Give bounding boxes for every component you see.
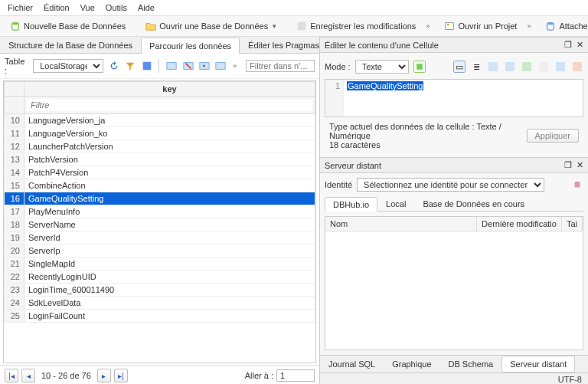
row-number: 13 (5, 153, 24, 166)
cell-value[interactable]: LanguageVersion_ko (24, 127, 315, 140)
undock-icon[interactable]: ❐ (564, 40, 572, 50)
filter-input[interactable] (246, 60, 315, 72)
goto-row-icon[interactable] (198, 60, 210, 72)
close-icon[interactable]: ✕ (577, 40, 583, 50)
table-row[interactable]: 20ServerIp (5, 245, 315, 258)
clear-filter-icon[interactable] (125, 60, 136, 72)
manage-identity-icon[interactable] (571, 179, 583, 191)
row-number: 11 (5, 127, 24, 140)
btab-schema[interactable]: DB Schema (440, 356, 502, 373)
table-row[interactable]: 10LanguageVersion_ja (5, 114, 315, 127)
cell-value[interactable]: SdkLevelData (24, 297, 315, 310)
undock-icon[interactable]: ❐ (564, 160, 572, 170)
cell-value[interactable]: GameQualitySetting (24, 192, 315, 205)
row-number: 20 (5, 245, 24, 258)
identity-select[interactable]: Sélectionnez une identité pour se connec… (357, 178, 544, 192)
cell-value[interactable]: PatchVersion (24, 153, 315, 166)
table-row[interactable]: 23LoginTime_600011490 (5, 284, 315, 297)
btab-graphic[interactable]: Graphique (384, 356, 439, 373)
export-icon[interactable] (215, 60, 227, 72)
close-icon[interactable]: ✕ (577, 160, 583, 170)
cell-value[interactable]: PatchP4Version (24, 166, 315, 179)
apply-button[interactable]: Appliquer (527, 129, 579, 143)
attach-db-button[interactable]: Attacher une Base de Données (540, 18, 588, 34)
remote-col-name[interactable]: Nom (325, 217, 477, 231)
insert-row-icon[interactable] (165, 60, 177, 72)
cell-value[interactable]: ServerIp (24, 245, 315, 258)
row-number: 19 (5, 231, 24, 245)
export-file-icon[interactable] (504, 61, 516, 73)
table-row[interactable]: 18ServerName (5, 218, 315, 231)
save-cell-icon[interactable] (521, 61, 533, 73)
data-grid[interactable]: key 10LanguageVersion_ja11LanguageVersio… (3, 80, 316, 363)
cell-value[interactable]: RecentlyLoginUID (24, 271, 315, 284)
table-row[interactable]: 14PatchP4Version (5, 166, 315, 179)
cell-value[interactable]: CombineAction (24, 179, 315, 192)
menu-tools[interactable]: Outils (106, 3, 127, 12)
first-page-button[interactable]: |◂ (5, 369, 18, 382)
tab-pragmas[interactable]: Éditer les Pragmas (240, 37, 328, 53)
table-row[interactable]: 13PatchVersion (5, 153, 315, 166)
delete-row-icon[interactable] (182, 60, 194, 72)
print-icon[interactable] (571, 61, 583, 73)
cell-editor[interactable]: 1 GameQualitySetting (325, 79, 583, 117)
remote-tab-current[interactable]: Base de Données en cours (414, 196, 533, 211)
btab-remote[interactable]: Serveur distant (501, 356, 575, 373)
chevron-down-icon: ▾ (273, 22, 276, 30)
table-row[interactable]: 19ServerId (5, 231, 315, 245)
open-db-button[interactable]: Ouvrir une Base de Données ▾ (140, 18, 282, 34)
tab-structure[interactable]: Structure de la Base de Données (0, 37, 141, 53)
overflow-icon[interactable]: » (527, 22, 531, 30)
remote-col-size[interactable]: Tai (562, 217, 583, 231)
copy-icon[interactable] (554, 61, 567, 73)
menu-file[interactable]: Fichier (8, 3, 33, 12)
table-row[interactable]: 11LanguageVersion_ko (5, 127, 315, 140)
next-page-button[interactable]: ▸ (97, 369, 111, 382)
cell-value[interactable]: LauncherPatchVersion (24, 140, 315, 153)
btab-journal[interactable]: Journal SQL (320, 356, 384, 373)
cell-value[interactable]: PlayMenuInfo (24, 205, 315, 218)
cell-value[interactable]: LoginTime_600011490 (24, 284, 315, 297)
mode-label: Mode : (325, 62, 351, 71)
save-button[interactable]: Enregistrer les modifications (291, 18, 421, 34)
open-project-button[interactable]: Ouvrir un Projet (439, 18, 522, 34)
table-row[interactable]: 21SingleMapId (5, 258, 315, 271)
table-select[interactable]: LocalStorage (33, 59, 103, 73)
remote-tab-dbhub[interactable]: DBHub.io (325, 197, 377, 212)
cell-value[interactable]: ServerName (24, 218, 315, 231)
column-filter-input[interactable] (27, 99, 312, 111)
cell-value[interactable]: LanguageVersion_ja (24, 114, 315, 127)
menu-edit[interactable]: Édition (44, 3, 70, 12)
table-row[interactable]: 25LoginFailCount (5, 310, 315, 323)
refresh-icon[interactable] (108, 60, 119, 72)
cell-value[interactable]: LoginFailCount (24, 310, 315, 323)
import-icon[interactable] (487, 61, 499, 73)
new-db-button[interactable]: Nouvelle Base de Données (5, 18, 131, 34)
list-view-icon[interactable]: ≣ (470, 61, 482, 73)
remote-col-modified[interactable]: Dernière modificatio (477, 217, 562, 231)
table-row[interactable]: 12LauncherPatchVersion (5, 140, 315, 153)
text-view-icon[interactable]: ▭ (453, 61, 466, 73)
table-row[interactable]: 22RecentlyLoginUID (5, 271, 315, 284)
cell-value[interactable]: ServerId (24, 231, 315, 245)
remote-table[interactable]: Nom Dernière modificatio Tai (325, 216, 583, 350)
auto-mode-icon[interactable] (413, 61, 426, 73)
table-row[interactable]: 15CombineAction (5, 179, 315, 192)
table-row[interactable]: 24SdkLevelData (5, 297, 315, 310)
last-page-button[interactable]: ▸| (114, 369, 128, 382)
menu-view[interactable]: Vue (80, 3, 95, 12)
remote-tab-local[interactable]: Local (377, 196, 414, 211)
overflow-icon[interactable]: » (426, 22, 430, 30)
goto-input[interactable] (276, 369, 315, 382)
null-icon[interactable] (537, 61, 550, 73)
prev-page-button[interactable]: ◂ (21, 369, 35, 382)
menu-help[interactable]: Aide (138, 3, 155, 12)
table-row[interactable]: 16GameQualitySetting (5, 192, 315, 205)
column-header-key[interactable]: key (24, 82, 315, 97)
tab-browse[interactable]: Parcourir les données (141, 38, 240, 54)
table-row[interactable]: 17PlayMenuInfo (5, 205, 315, 218)
mode-select[interactable]: Texte (355, 60, 409, 74)
cell-value[interactable]: SingleMapId (24, 258, 315, 271)
overflow-icon[interactable]: » (233, 62, 237, 70)
save-filter-icon[interactable] (141, 60, 152, 72)
